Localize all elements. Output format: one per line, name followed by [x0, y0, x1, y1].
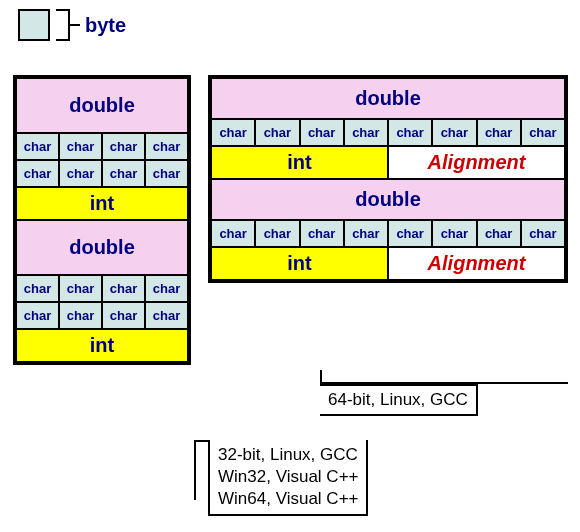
- char-cell: char: [255, 119, 299, 146]
- int-align-row: int Alignment: [211, 146, 565, 179]
- layout-32bit: double char char char char char char cha…: [13, 75, 191, 365]
- alignment-padding: Alignment: [388, 247, 565, 280]
- char-cell: char: [521, 119, 565, 146]
- char-cell: char: [102, 275, 145, 302]
- caption-32bit: 32-bit, Linux, GCC Win32, Visual C++ Win…: [208, 440, 368, 516]
- char-row: char char char char char char char char: [211, 220, 565, 247]
- char-cell: char: [16, 133, 59, 160]
- legend-label: byte: [85, 14, 126, 37]
- char-cell: char: [102, 160, 145, 187]
- caption-bracket-64: [320, 370, 568, 384]
- char-cell: char: [432, 119, 476, 146]
- char-cell: char: [300, 220, 344, 247]
- char-row: char char char char: [16, 160, 188, 187]
- caption-32bit-line: Win32, Visual C++: [218, 466, 358, 488]
- char-cell: char: [300, 119, 344, 146]
- char-cell: char: [211, 220, 255, 247]
- legend: byte: [18, 9, 126, 41]
- char-cell: char: [388, 119, 432, 146]
- char-cell: char: [145, 275, 188, 302]
- char-cell: char: [59, 133, 102, 160]
- layout-64bit: double char char char char char char cha…: [208, 75, 568, 283]
- char-row: char char char char char char char char: [211, 119, 565, 146]
- char-cell: char: [145, 133, 188, 160]
- char-cell: char: [145, 160, 188, 187]
- char-row: char char char char: [16, 133, 188, 160]
- legend-tick: [70, 24, 80, 26]
- char-cell: char: [388, 220, 432, 247]
- char-cell: char: [211, 119, 255, 146]
- char-cell: char: [102, 302, 145, 329]
- double-field: double: [16, 220, 188, 275]
- char-cell: char: [59, 160, 102, 187]
- char-cell: char: [102, 133, 145, 160]
- caption-64bit: 64-bit, Linux, GCC: [320, 384, 478, 416]
- int-field: int: [16, 187, 188, 220]
- int-row: int: [16, 329, 188, 362]
- legend-bracket: [56, 9, 70, 41]
- char-cell: char: [477, 119, 521, 146]
- char-cell: char: [344, 220, 388, 247]
- char-cell: char: [477, 220, 521, 247]
- double-field: double: [211, 78, 565, 119]
- caption-32bit-line: Win64, Visual C++: [218, 488, 358, 510]
- char-row: char char char char: [16, 275, 188, 302]
- int-align-row: int Alignment: [211, 247, 565, 280]
- char-cell: char: [59, 302, 102, 329]
- char-cell: char: [344, 119, 388, 146]
- double-field: double: [211, 179, 565, 220]
- legend-byte-box: [18, 9, 50, 41]
- char-cell: char: [255, 220, 299, 247]
- caption-bracket-32: [194, 440, 208, 500]
- char-cell: char: [59, 275, 102, 302]
- char-cell: char: [145, 302, 188, 329]
- char-cell: char: [16, 275, 59, 302]
- int-field: int: [211, 146, 388, 179]
- int-field: int: [16, 329, 188, 362]
- char-cell: char: [521, 220, 565, 247]
- int-row: int: [16, 187, 188, 220]
- char-cell: char: [16, 160, 59, 187]
- char-cell: char: [16, 302, 59, 329]
- caption-32bit-line: 32-bit, Linux, GCC: [218, 444, 358, 466]
- char-cell: char: [432, 220, 476, 247]
- char-row: char char char char: [16, 302, 188, 329]
- alignment-padding: Alignment: [388, 146, 565, 179]
- double-field: double: [16, 78, 188, 133]
- int-field: int: [211, 247, 388, 280]
